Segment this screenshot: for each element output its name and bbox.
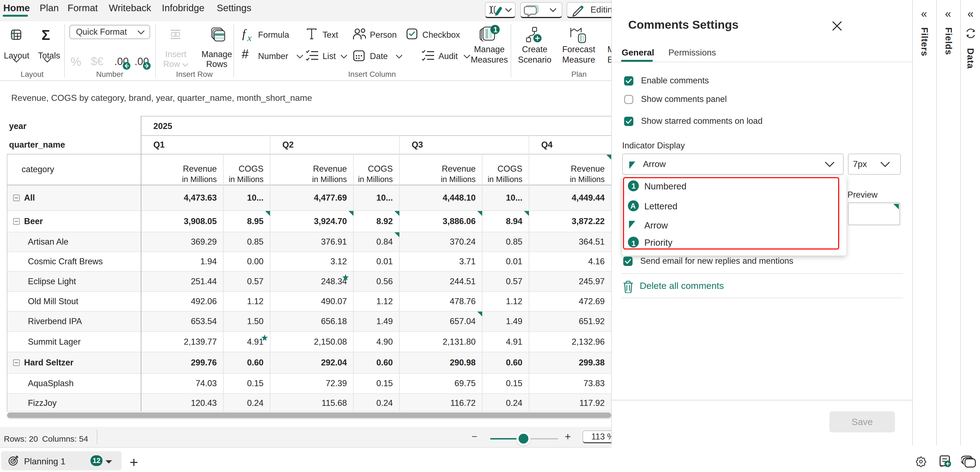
svg-text:1: 1 bbox=[632, 239, 636, 248]
svg-text:A: A bbox=[630, 202, 636, 210]
svg-text:1: 1 bbox=[632, 182, 636, 190]
